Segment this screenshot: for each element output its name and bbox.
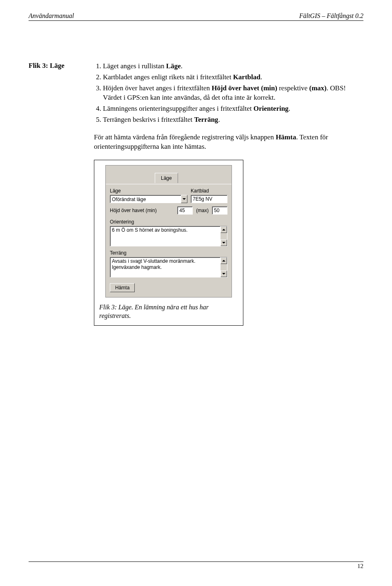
max-label: (max) [196,207,209,214]
scrollbar[interactable] [220,257,227,277]
figure-caption: Flik 3: Läge. En lämning nära ett hus ha… [99,303,238,320]
orientering-textarea[interactable] [110,226,220,246]
tab-header: Läge [106,166,232,184]
header-right: FältGIS – Fältfångst 0.2 [299,12,363,20]
instruction-item: Lämningens orienteringsuppgifter anges i… [103,104,363,114]
instruction-item: Läget anges i rullistan Läge. [103,62,363,71]
paragraph-hamta: För att hämta värdena från föregående re… [94,133,363,152]
scrollbar[interactable] [220,226,227,246]
orientering-label: Orientering [110,219,227,225]
instruction-item: Höjden över havet anges i fritextfälten … [103,84,363,103]
tab-lage[interactable]: Läge [155,173,178,183]
instruction-item: Kartbladet anges enligt rikets nät i fri… [103,73,363,82]
chevron-up-icon[interactable] [220,257,227,264]
chevron-down-icon[interactable] [181,195,187,203]
hojd-max-input[interactable] [212,206,227,215]
form-panel: Läge Läge Kartblad Oförändrat läge [105,165,232,298]
page-number: 12 [357,563,363,569]
lage-select[interactable]: Oförändrat läge [110,195,187,203]
terrang-textarea[interactable] [110,257,220,277]
instruction-item: Terrängen beskrivs i fritextfältet Terrä… [103,115,363,125]
lage-select-value: Oförändrat läge [110,195,181,203]
section-heading: Flik 3: Läge [29,62,94,70]
header-left: Användarmanual [29,12,74,20]
chevron-down-icon[interactable] [220,271,227,277]
figure-box: Läge Läge Kartblad Oförändrat läge [94,160,243,326]
hojd-label: Höjd över havet (min) [110,207,174,214]
instruction-list: Läget anges i rullistan Läge. Kartbladet… [94,62,363,125]
lage-label: Läge [110,188,191,194]
chevron-up-icon[interactable] [220,226,227,233]
kartblad-label: Kartblad [191,188,227,194]
hamta-button[interactable]: Hämta [110,283,135,292]
terrang-label: Terräng [110,250,227,256]
page-header: Användarmanual FältGIS – Fältfångst 0.2 [29,12,363,21]
page-footer: 12 [29,561,363,570]
kartblad-input[interactable] [191,195,227,203]
chevron-down-icon[interactable] [220,239,227,246]
hojd-min-input[interactable] [177,206,193,215]
